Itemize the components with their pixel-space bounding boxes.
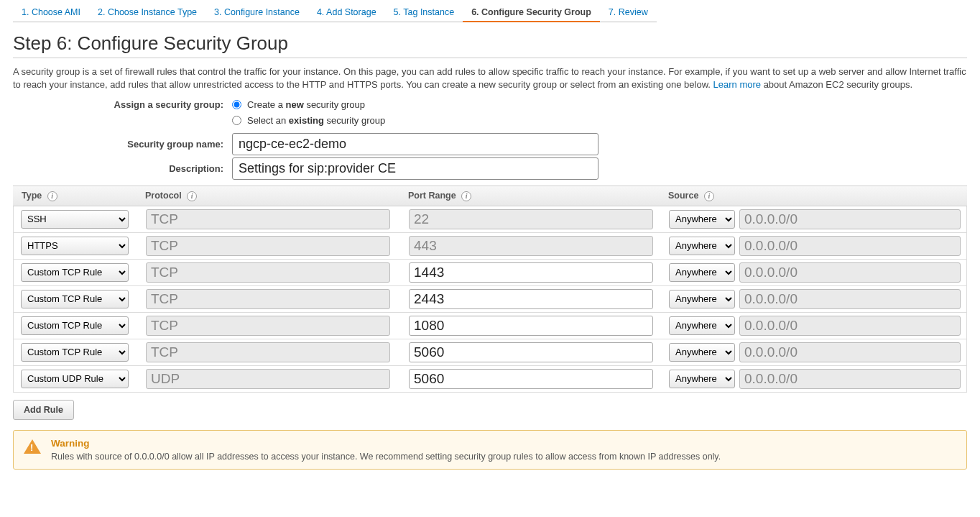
rule-source-ip-input: [739, 316, 961, 336]
wizard-tab-3[interactable]: 3. Configure Instance: [205, 4, 308, 22]
rule-source-select[interactable]: Anywhere: [669, 316, 735, 335]
rule-source-ip-input: [739, 209, 961, 229]
wizard-tab-4[interactable]: 4. Add Storage: [308, 4, 385, 22]
warning-box: Warning Rules with source of 0.0.0.0/0 a…: [13, 430, 967, 470]
rule-protocol-input: [146, 289, 390, 309]
assign-sg-label: Assign a security group:: [13, 99, 232, 110]
col-protocol-header: Protocol: [145, 191, 182, 201]
rule-source-select[interactable]: Anywhere: [669, 237, 735, 255]
rule-protocol-input: [146, 209, 390, 229]
rule-row: Custom TCP RuleAnywhere: [13, 313, 967, 339]
warning-icon: [24, 439, 41, 454]
sg-name-input[interactable]: [232, 133, 598, 155]
info-icon[interactable]: i: [704, 191, 714, 201]
col-port-header: Port Range: [408, 191, 456, 201]
rule-source-ip-input: [739, 369, 961, 389]
rule-row: Custom TCP RuleAnywhere: [13, 286, 967, 313]
rule-source-ip-input: [739, 262, 961, 283]
wizard-tabs: 1. Choose AMI2. Choose Instance Type3. C…: [13, 0, 967, 22]
radio-existing-sg-label: Select an existing security group: [247, 115, 385, 126]
radio-create-sg[interactable]: [232, 100, 241, 109]
wizard-tab-5[interactable]: 5. Tag Instance: [385, 4, 463, 22]
rule-row: Custom TCP RuleAnywhere: [13, 260, 967, 286]
sg-description-input[interactable]: [232, 157, 598, 180]
warning-title: Warning: [51, 438, 721, 449]
rule-type-select[interactable]: Custom TCP Rule: [21, 290, 129, 308]
rule-row: SSHAnywhere: [13, 206, 967, 233]
rule-source-ip-input: [739, 289, 961, 309]
rule-type-select[interactable]: Custom UDP Rule: [21, 370, 129, 388]
wizard-tab-6[interactable]: 6. Configure Security Group: [463, 4, 600, 22]
radio-existing-sg[interactable]: [232, 116, 241, 125]
rule-protocol-input: [146, 316, 390, 336]
rule-port-input[interactable]: [409, 316, 653, 336]
sg-description-label: Description:: [13, 163, 232, 174]
rule-row: HTTPSAnywhere: [13, 233, 967, 260]
wizard-tab-2[interactable]: 2. Choose Instance Type: [89, 4, 205, 22]
rule-type-select[interactable]: Custom TCP Rule: [21, 263, 129, 282]
rule-protocol-input: [146, 342, 390, 362]
rule-protocol-input: [146, 262, 390, 283]
rule-source-ip-input: [739, 236, 961, 256]
rule-port-input[interactable]: [409, 342, 653, 362]
sg-name-label: Security group name:: [13, 139, 232, 150]
rule-type-select[interactable]: Custom TCP Rule: [21, 343, 129, 362]
rule-type-select[interactable]: Custom TCP Rule: [21, 316, 129, 335]
rule-row: Custom UDP RuleAnywhere: [13, 366, 967, 393]
rule-port-input[interactable]: [409, 289, 653, 309]
rule-source-select[interactable]: Anywhere: [669, 263, 735, 282]
col-source-header: Source: [668, 191, 698, 201]
info-icon[interactable]: i: [47, 191, 57, 201]
rule-port-input: [409, 236, 653, 256]
rule-source-select[interactable]: Anywhere: [669, 343, 735, 362]
rules-table: Type i Protocol i Port Range i Source i …: [13, 186, 967, 393]
rule-protocol-input: [146, 236, 390, 256]
info-icon[interactable]: i: [187, 191, 197, 201]
rule-row: Custom TCP RuleAnywhere: [13, 339, 967, 366]
wizard-tab-7[interactable]: 7. Review: [600, 4, 657, 22]
rule-source-select[interactable]: Anywhere: [669, 210, 735, 229]
rule-source-select[interactable]: Anywhere: [669, 370, 735, 388]
rule-port-input[interactable]: [409, 369, 653, 389]
step-title: Step 6: Configure Security Group: [13, 32, 967, 55]
rule-type-select[interactable]: SSH: [21, 210, 129, 229]
rule-source-ip-input: [739, 342, 961, 362]
rule-port-input: [409, 209, 653, 229]
learn-more-link[interactable]: Learn more: [713, 79, 761, 90]
info-icon[interactable]: i: [461, 191, 471, 201]
add-rule-button[interactable]: Add Rule: [13, 400, 74, 420]
rule-source-select[interactable]: Anywhere: [669, 290, 735, 308]
col-type-header: Type: [22, 191, 42, 201]
warning-text: Rules with source of 0.0.0.0/0 allow all…: [51, 452, 721, 462]
radio-create-sg-label: Create a new security group: [247, 99, 365, 110]
rule-port-input[interactable]: [409, 262, 653, 283]
step-description: A security group is a set of firewall ru…: [13, 58, 967, 91]
wizard-tab-1[interactable]: 1. Choose AMI: [13, 4, 89, 22]
rule-type-select[interactable]: HTTPS: [21, 237, 129, 255]
rule-protocol-input: [146, 369, 390, 389]
